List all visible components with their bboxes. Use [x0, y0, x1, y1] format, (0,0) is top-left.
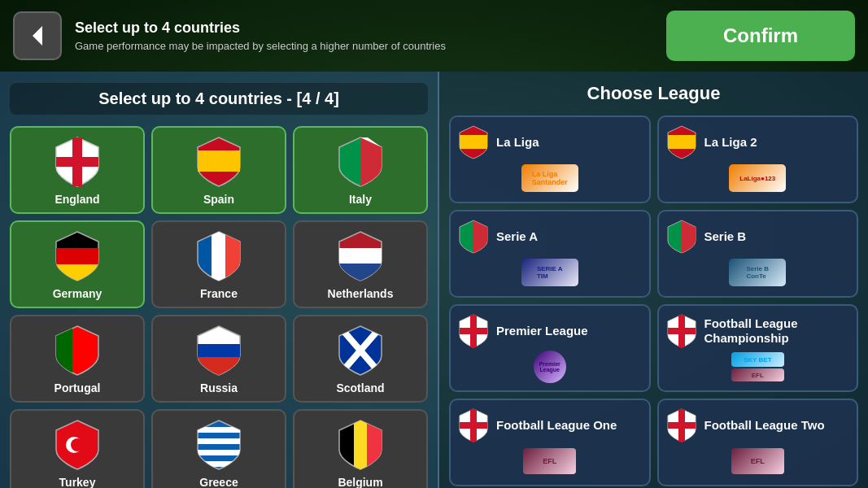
league-grid: La Liga La LigaSantander La Liga 2 LaLig…: [449, 115, 858, 486]
flag-shield-england: [55, 136, 100, 188]
main-content: Select up to 4 countries - [4 / 4] Engla…: [0, 72, 868, 488]
svg-rect-2: [72, 137, 82, 186]
flag-shield-spain: [196, 136, 242, 188]
svg-rect-5: [56, 264, 98, 282]
header: Select up to 4 countries Game performanc…: [0, 0, 868, 72]
svg-rect-19: [198, 450, 240, 455]
country-name-england: England: [55, 193, 99, 206]
league-name-fl-championship: Football League Championship: [704, 316, 849, 346]
country-name-germany: Germany: [53, 287, 103, 300]
country-btn-netherlands[interactable]: Netherlands: [293, 220, 428, 308]
league-top-fl-championship: Football League Championship: [667, 314, 849, 348]
country-btn-spain[interactable]: Spain: [151, 126, 286, 214]
league-flag-premier-league: [459, 314, 488, 348]
flag-shield-scotland: [338, 325, 383, 377]
choose-league-title: Choose League: [449, 83, 858, 104]
country-btn-belgium[interactable]: Belgium: [293, 409, 428, 488]
league-name-serie-a: Serie A: [496, 229, 538, 244]
league-logo-fl-one: EFL: [521, 446, 578, 477]
league-top-premier-league: Premier League: [459, 314, 641, 348]
league-top-fl-two: Football League Two: [667, 408, 849, 442]
flag-shield-greece: [196, 419, 242, 471]
country-name-portugal: Portugal: [55, 381, 101, 394]
svg-rect-18: [198, 438, 240, 444]
flag-shield-france: [196, 230, 242, 282]
svg-rect-32: [678, 409, 685, 442]
league-logo-la-liga-2: LaLiga●123: [729, 163, 786, 194]
country-name-scotland: Scotland: [336, 381, 384, 394]
country-name-france: France: [200, 287, 238, 300]
league-flag-serie-b: [667, 220, 696, 254]
svg-rect-4: [56, 248, 98, 266]
league-top-serie-a: Serie A: [459, 220, 641, 254]
svg-rect-26: [470, 315, 477, 347]
country-btn-russia[interactable]: Russia: [151, 315, 286, 403]
country-btn-italy[interactable]: Italy: [293, 126, 428, 214]
country-btn-england[interactable]: England: [10, 126, 145, 214]
league-flag-fl-one: [459, 408, 488, 442]
league-top-la-liga: La Liga: [459, 125, 641, 159]
svg-rect-20: [198, 461, 240, 467]
country-btn-france[interactable]: France: [151, 220, 286, 308]
league-btn-serie-a[interactable]: Serie A SERIE ATIM: [449, 210, 651, 298]
country-btn-scotland[interactable]: Scotland: [293, 315, 428, 403]
back-button[interactable]: [13, 11, 62, 60]
svg-rect-10: [56, 326, 72, 377]
confirm-button[interactable]: Confirm: [666, 11, 855, 61]
flag-shield-russia: [196, 325, 242, 377]
country-name-greece: Greece: [199, 476, 238, 488]
league-btn-la-liga-2[interactable]: La Liga 2 LaLiga●123: [657, 115, 859, 203]
flag-shield-netherlands: [338, 230, 383, 282]
svg-rect-22: [367, 420, 383, 471]
league-top-fl-one: Football League One: [459, 408, 641, 442]
league-flag-fl-championship: [667, 314, 696, 348]
league-logo-fl-championship: SKY BETEFL: [729, 351, 786, 382]
country-btn-greece[interactable]: Greece: [151, 409, 286, 488]
flag-shield-turkey: [55, 419, 100, 471]
league-name-fl-two: Football League Two: [704, 418, 825, 433]
country-name-italy: Italy: [349, 193, 372, 206]
svg-rect-9: [339, 264, 382, 282]
svg-rect-11: [198, 344, 240, 359]
svg-rect-17: [198, 427, 240, 433]
league-flag-la-liga-2: [667, 125, 696, 159]
country-name-turkey: Turkey: [59, 476, 96, 488]
league-btn-premier-league[interactable]: Premier League PremierLeague: [449, 304, 651, 392]
country-name-netherlands: Netherlands: [328, 287, 394, 300]
league-btn-serie-b[interactable]: Serie B Serie BConTe: [657, 210, 859, 298]
svg-rect-3: [198, 150, 240, 172]
league-flag-la-liga: [459, 125, 488, 159]
flag-shield-portugal: [55, 325, 100, 377]
svg-point-16: [71, 438, 84, 451]
svg-rect-7: [225, 232, 242, 282]
country-btn-portugal[interactable]: Portugal: [10, 315, 145, 403]
league-top-la-liga-2: La Liga 2: [667, 125, 849, 159]
flag-shield-italy: [338, 136, 383, 188]
left-panel: Select up to 4 countries - [4 / 4] Engla…: [0, 72, 439, 488]
league-flag-serie-a: [459, 220, 488, 254]
country-btn-germany[interactable]: Germany: [10, 220, 145, 308]
league-name-fl-one: Football League One: [496, 418, 617, 433]
league-name-la-liga-2: La Liga 2: [704, 135, 757, 150]
country-select-title: Select up to 4 countries - [4 / 4]: [10, 83, 428, 115]
instruction-line2: Game performance may be impacted by sele…: [75, 40, 653, 52]
league-btn-fl-one[interactable]: Football League One EFL: [449, 399, 651, 486]
svg-rect-21: [354, 420, 368, 471]
league-btn-fl-championship[interactable]: Football League Championship SKY BETEFL: [657, 304, 859, 392]
svg-rect-30: [470, 409, 477, 442]
league-top-serie-b: Serie B: [667, 220, 849, 254]
country-name-spain: Spain: [203, 193, 234, 206]
league-btn-la-liga[interactable]: La Liga La LigaSantander: [449, 115, 651, 203]
country-name-russia: Russia: [200, 381, 238, 394]
instruction-line1: Select up to 4 countries: [75, 20, 653, 37]
country-btn-turkey[interactable]: Turkey: [10, 409, 145, 488]
league-name-premier-league: Premier League: [496, 324, 588, 338]
league-logo-serie-a: SERIE ATIM: [521, 257, 578, 288]
league-btn-fl-two[interactable]: Football League Two EFL: [657, 399, 859, 486]
svg-rect-28: [678, 315, 685, 347]
country-name-belgium: Belgium: [338, 476, 382, 488]
svg-marker-0: [33, 26, 42, 46]
flag-shield-germany: [55, 230, 100, 282]
league-logo-la-liga: La LigaSantander: [521, 163, 578, 194]
league-name-serie-b: Serie B: [704, 229, 747, 244]
